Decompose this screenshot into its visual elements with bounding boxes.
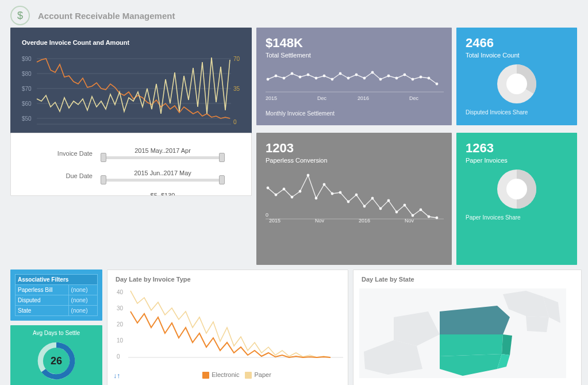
- paper-invoices-value: 1263: [466, 141, 568, 156]
- state-map: [353, 283, 572, 384]
- associative-filters-card[interactable]: Associative Filters Paperless Bill(none)…: [10, 270, 102, 321]
- svg-point-19: [307, 74, 310, 76]
- day-late-type-chart: 40 30 20 10 0: [113, 283, 343, 369]
- svg-point-20: [315, 77, 318, 80]
- paperless-value: 1203: [266, 141, 443, 156]
- slider-due-date[interactable]: Due Date 2015 Jun..2017 May: [17, 170, 245, 182]
- svg-point-15: [275, 75, 278, 78]
- svg-point-28: [379, 78, 382, 81]
- svg-text:$50: $50: [22, 116, 32, 122]
- sliders-card: Invoice Date 2015 May..2017 Apr Due Date…: [10, 133, 252, 196]
- paper-donut-icon: [488, 166, 545, 212]
- state-pa[interactable]: [440, 334, 503, 356]
- day-late-state-card[interactable]: Day Late by State: [353, 270, 582, 385]
- day-late-type-title: Day Late by Invoice Type: [107, 270, 348, 283]
- svg-point-51: [331, 192, 334, 195]
- svg-point-29: [387, 75, 390, 78]
- paperless-card[interactable]: 1203 Paperless Conversion 0 2015 Nov 201…: [256, 133, 452, 265]
- svg-point-58: [387, 199, 390, 202]
- svg-point-54: [355, 194, 358, 197]
- day-late-type-card[interactable]: Day Late by Invoice Type 40 30 20 10 0 ↓…: [107, 270, 348, 385]
- svg-text:35: 35: [233, 86, 240, 92]
- svg-marker-81: [526, 316, 549, 332]
- dollar-logo-icon: $: [10, 6, 30, 25]
- svg-text:2015: 2015: [266, 95, 277, 101]
- svg-point-49: [315, 197, 318, 200]
- day-late-type-legend: Electronic Paper: [126, 369, 348, 382]
- settlement-label: Total Settlement: [266, 52, 443, 59]
- avg-days-title: Avg Days to Settle: [15, 330, 98, 336]
- svg-point-55: [363, 205, 366, 208]
- svg-point-32: [412, 78, 414, 81]
- svg-point-24: [347, 77, 350, 80]
- svg-point-34: [428, 77, 431, 80]
- svg-point-27: [371, 71, 374, 74]
- slider-invoice-amount[interactable]: Invoice Amount $5..$130: [17, 192, 245, 196]
- day-late-state-title: Day Late by State: [353, 270, 581, 283]
- avg-days-card[interactable]: Avg Days to Settle 26: [10, 325, 102, 385]
- overdue-title: Overdue Invoice Count and Amount: [22, 39, 245, 46]
- svg-point-22: [331, 78, 334, 81]
- svg-point-17: [291, 72, 294, 75]
- svg-point-56: [371, 197, 374, 200]
- state-ny[interactable]: [440, 306, 510, 338]
- invoice-count-card[interactable]: 2466 Total Invoice Count Disputed Invoic…: [456, 28, 577, 125]
- paperless-label: Paperless Conversion: [266, 157, 443, 164]
- page-title: Account Receivable Management: [38, 11, 175, 21]
- svg-point-47: [299, 190, 302, 193]
- svg-text:$60: $60: [22, 101, 32, 107]
- slider-invoice-date[interactable]: Invoice Date 2015 May..2017 Apr: [17, 147, 245, 159]
- table-row: Paperless Bill(none): [16, 285, 98, 295]
- svg-text:$70: $70: [22, 86, 32, 92]
- svg-point-43: [267, 187, 270, 190]
- settlement-card[interactable]: $148K Total Settlement 2015 Dec 2016 Dec…: [256, 28, 452, 125]
- svg-point-25: [355, 74, 358, 76]
- svg-point-50: [323, 183, 326, 186]
- svg-text:20: 20: [117, 321, 124, 328]
- page-header: $ Account Receivable Management: [0, 0, 588, 28]
- svg-text:2016: 2016: [358, 95, 369, 101]
- invoice-count-value: 2466: [466, 36, 568, 51]
- svg-point-62: [420, 209, 422, 211]
- svg-point-26: [363, 77, 366, 80]
- paper-invoices-card[interactable]: 1263 Paper Invoices Paper Invoices Share: [456, 133, 577, 265]
- svg-point-30: [395, 77, 398, 80]
- invoice-count-footer: Disputed Invoices Share: [466, 109, 568, 116]
- slider-handle-left[interactable]: [101, 175, 106, 184]
- avg-days-value: 26: [35, 340, 78, 382]
- svg-text:Dec: Dec: [317, 95, 327, 101]
- svg-text:10: 10: [117, 337, 124, 344]
- svg-point-68: [506, 179, 527, 199]
- svg-point-21: [323, 75, 326, 78]
- svg-point-23: [339, 72, 342, 75]
- paper-invoices-footer: Paper Invoices Share: [466, 214, 568, 221]
- disputed-donut-icon: [488, 61, 545, 107]
- svg-point-31: [403, 74, 406, 76]
- associative-filters-table: Associative Filters Paperless Bill(none)…: [15, 274, 98, 316]
- settlement-value: $148K: [266, 36, 443, 51]
- svg-text:30: 30: [117, 305, 124, 311]
- overdue-chart: $90 $80 $70 $60 $50 70 35 0: [17, 49, 245, 136]
- svg-point-35: [436, 83, 439, 86]
- svg-point-59: [395, 211, 398, 214]
- svg-point-46: [291, 196, 294, 199]
- svg-point-60: [403, 204, 406, 207]
- table-row: State(none): [16, 306, 98, 316]
- svg-point-18: [299, 76, 302, 79]
- svg-text:$90: $90: [22, 56, 32, 62]
- slider-handle-left[interactable]: [101, 153, 106, 162]
- table-row: Disputed(none): [16, 295, 98, 306]
- svg-point-42: [506, 74, 527, 94]
- svg-point-16: [283, 77, 286, 80]
- slider-handle-right[interactable]: [219, 153, 225, 162]
- settlement-footer: Monthly Invoice Settlement: [266, 110, 443, 117]
- settlement-spark: 2015 Dec 2016 Dec: [266, 59, 444, 105]
- slider-handle-right[interactable]: [219, 175, 225, 184]
- avg-days-gauge: 26: [35, 340, 78, 382]
- svg-point-52: [339, 191, 342, 194]
- svg-point-14: [267, 78, 270, 81]
- sort-icon[interactable]: ↓↑: [107, 372, 126, 380]
- svg-point-33: [420, 76, 422, 79]
- svg-text:40: 40: [117, 289, 124, 295]
- svg-text:0: 0: [117, 353, 120, 360]
